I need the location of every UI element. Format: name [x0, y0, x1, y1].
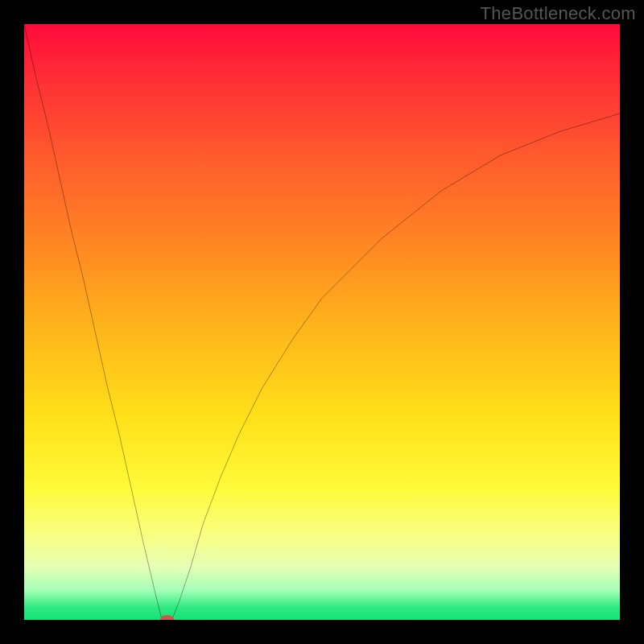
bottleneck-curve [24, 24, 620, 620]
plot-area [24, 24, 620, 620]
chart-overlay [24, 24, 620, 620]
chart-frame: TheBottleneck.com [0, 0, 644, 644]
optimal-point-marker [160, 615, 175, 620]
watermark-text: TheBottleneck.com [481, 3, 636, 24]
